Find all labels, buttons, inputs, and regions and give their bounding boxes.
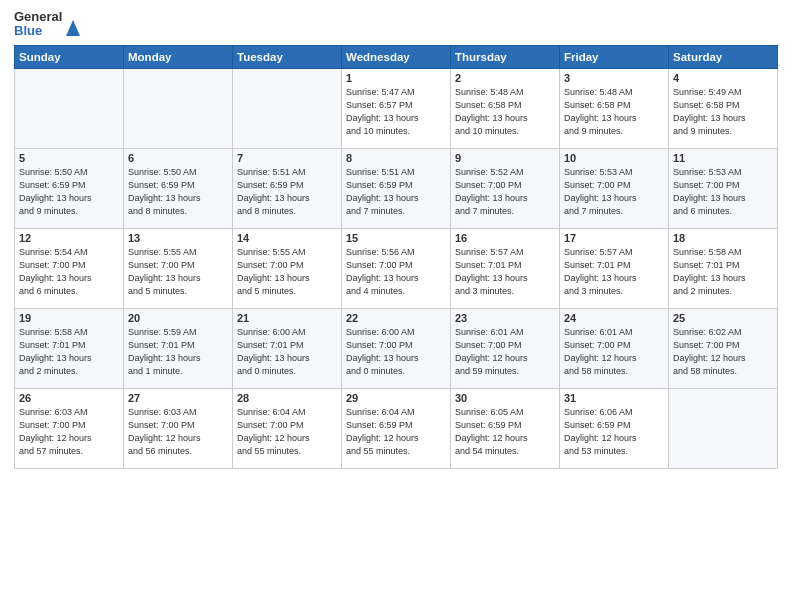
calendar-cell: 13Sunrise: 5:55 AM Sunset: 7:00 PM Dayli… xyxy=(124,228,233,308)
page: General Blue SundayMondayTuesdayWednesda… xyxy=(0,0,792,612)
calendar-cell: 4Sunrise: 5:49 AM Sunset: 6:58 PM Daylig… xyxy=(669,68,778,148)
day-number: 6 xyxy=(128,152,228,164)
day-number: 22 xyxy=(346,312,446,324)
day-detail: Sunrise: 5:54 AM Sunset: 7:00 PM Dayligh… xyxy=(19,246,119,298)
day-number: 10 xyxy=(564,152,664,164)
week-row-1: 1Sunrise: 5:47 AM Sunset: 6:57 PM Daylig… xyxy=(15,68,778,148)
day-number: 11 xyxy=(673,152,773,164)
day-detail: Sunrise: 5:55 AM Sunset: 7:00 PM Dayligh… xyxy=(128,246,228,298)
header-day-sunday: Sunday xyxy=(15,45,124,68)
calendar-cell: 20Sunrise: 5:59 AM Sunset: 7:01 PM Dayli… xyxy=(124,308,233,388)
day-detail: Sunrise: 6:00 AM Sunset: 7:01 PM Dayligh… xyxy=(237,326,337,378)
day-detail: Sunrise: 5:50 AM Sunset: 6:59 PM Dayligh… xyxy=(128,166,228,218)
calendar-cell: 22Sunrise: 6:00 AM Sunset: 7:00 PM Dayli… xyxy=(342,308,451,388)
day-number: 20 xyxy=(128,312,228,324)
day-number: 14 xyxy=(237,232,337,244)
day-number: 2 xyxy=(455,72,555,84)
day-detail: Sunrise: 6:06 AM Sunset: 6:59 PM Dayligh… xyxy=(564,406,664,458)
week-row-5: 26Sunrise: 6:03 AM Sunset: 7:00 PM Dayli… xyxy=(15,388,778,468)
day-number: 1 xyxy=(346,72,446,84)
calendar-cell: 12Sunrise: 5:54 AM Sunset: 7:00 PM Dayli… xyxy=(15,228,124,308)
calendar-cell: 26Sunrise: 6:03 AM Sunset: 7:00 PM Dayli… xyxy=(15,388,124,468)
calendar-cell: 3Sunrise: 5:48 AM Sunset: 6:58 PM Daylig… xyxy=(560,68,669,148)
day-detail: Sunrise: 5:59 AM Sunset: 7:01 PM Dayligh… xyxy=(128,326,228,378)
day-detail: Sunrise: 6:01 AM Sunset: 7:00 PM Dayligh… xyxy=(564,326,664,378)
calendar-cell: 6Sunrise: 5:50 AM Sunset: 6:59 PM Daylig… xyxy=(124,148,233,228)
calendar-cell: 27Sunrise: 6:03 AM Sunset: 7:00 PM Dayli… xyxy=(124,388,233,468)
day-detail: Sunrise: 5:51 AM Sunset: 6:59 PM Dayligh… xyxy=(237,166,337,218)
day-detail: Sunrise: 5:48 AM Sunset: 6:58 PM Dayligh… xyxy=(564,86,664,138)
day-detail: Sunrise: 5:48 AM Sunset: 6:58 PM Dayligh… xyxy=(455,86,555,138)
calendar-cell: 17Sunrise: 5:57 AM Sunset: 7:01 PM Dayli… xyxy=(560,228,669,308)
day-number: 28 xyxy=(237,392,337,404)
calendar-cell: 23Sunrise: 6:01 AM Sunset: 7:00 PM Dayli… xyxy=(451,308,560,388)
day-number: 30 xyxy=(455,392,555,404)
calendar-cell: 28Sunrise: 6:04 AM Sunset: 7:00 PM Dayli… xyxy=(233,388,342,468)
day-number: 12 xyxy=(19,232,119,244)
calendar-cell: 16Sunrise: 5:57 AM Sunset: 7:01 PM Dayli… xyxy=(451,228,560,308)
header-day-tuesday: Tuesday xyxy=(233,45,342,68)
header-day-wednesday: Wednesday xyxy=(342,45,451,68)
calendar-cell: 2Sunrise: 5:48 AM Sunset: 6:58 PM Daylig… xyxy=(451,68,560,148)
header-day-friday: Friday xyxy=(560,45,669,68)
calendar-cell: 7Sunrise: 5:51 AM Sunset: 6:59 PM Daylig… xyxy=(233,148,342,228)
header: General Blue xyxy=(14,10,778,39)
day-number: 31 xyxy=(564,392,664,404)
calendar-cell: 31Sunrise: 6:06 AM Sunset: 6:59 PM Dayli… xyxy=(560,388,669,468)
day-detail: Sunrise: 6:02 AM Sunset: 7:00 PM Dayligh… xyxy=(673,326,773,378)
day-detail: Sunrise: 5:57 AM Sunset: 7:01 PM Dayligh… xyxy=(455,246,555,298)
day-detail: Sunrise: 6:01 AM Sunset: 7:00 PM Dayligh… xyxy=(455,326,555,378)
calendar-cell: 9Sunrise: 5:52 AM Sunset: 7:00 PM Daylig… xyxy=(451,148,560,228)
calendar-cell: 15Sunrise: 5:56 AM Sunset: 7:00 PM Dayli… xyxy=(342,228,451,308)
calendar-cell: 29Sunrise: 6:04 AM Sunset: 6:59 PM Dayli… xyxy=(342,388,451,468)
calendar-cell: 24Sunrise: 6:01 AM Sunset: 7:00 PM Dayli… xyxy=(560,308,669,388)
logo-triangle-icon xyxy=(64,10,82,38)
week-row-4: 19Sunrise: 5:58 AM Sunset: 7:01 PM Dayli… xyxy=(15,308,778,388)
day-number: 7 xyxy=(237,152,337,164)
day-detail: Sunrise: 5:55 AM Sunset: 7:00 PM Dayligh… xyxy=(237,246,337,298)
calendar-cell: 8Sunrise: 5:51 AM Sunset: 6:59 PM Daylig… xyxy=(342,148,451,228)
day-detail: Sunrise: 5:47 AM Sunset: 6:57 PM Dayligh… xyxy=(346,86,446,138)
calendar-cell: 30Sunrise: 6:05 AM Sunset: 6:59 PM Dayli… xyxy=(451,388,560,468)
header-day-thursday: Thursday xyxy=(451,45,560,68)
day-detail: Sunrise: 6:05 AM Sunset: 6:59 PM Dayligh… xyxy=(455,406,555,458)
day-detail: Sunrise: 5:57 AM Sunset: 7:01 PM Dayligh… xyxy=(564,246,664,298)
day-detail: Sunrise: 5:53 AM Sunset: 7:00 PM Dayligh… xyxy=(564,166,664,218)
day-detail: Sunrise: 6:03 AM Sunset: 7:00 PM Dayligh… xyxy=(19,406,119,458)
logo-general: General xyxy=(14,10,62,24)
day-number: 27 xyxy=(128,392,228,404)
calendar-cell xyxy=(669,388,778,468)
day-number: 3 xyxy=(564,72,664,84)
day-detail: Sunrise: 5:56 AM Sunset: 7:00 PM Dayligh… xyxy=(346,246,446,298)
calendar-cell: 11Sunrise: 5:53 AM Sunset: 7:00 PM Dayli… xyxy=(669,148,778,228)
day-detail: Sunrise: 6:00 AM Sunset: 7:00 PM Dayligh… xyxy=(346,326,446,378)
day-number: 23 xyxy=(455,312,555,324)
day-number: 8 xyxy=(346,152,446,164)
day-detail: Sunrise: 5:51 AM Sunset: 6:59 PM Dayligh… xyxy=(346,166,446,218)
day-number: 19 xyxy=(19,312,119,324)
day-number: 4 xyxy=(673,72,773,84)
day-number: 21 xyxy=(237,312,337,324)
calendar-cell: 10Sunrise: 5:53 AM Sunset: 7:00 PM Dayli… xyxy=(560,148,669,228)
week-row-3: 12Sunrise: 5:54 AM Sunset: 7:00 PM Dayli… xyxy=(15,228,778,308)
day-detail: Sunrise: 6:04 AM Sunset: 6:59 PM Dayligh… xyxy=(346,406,446,458)
day-number: 5 xyxy=(19,152,119,164)
logo-blue: Blue xyxy=(14,24,62,38)
day-number: 17 xyxy=(564,232,664,244)
day-number: 25 xyxy=(673,312,773,324)
day-detail: Sunrise: 5:53 AM Sunset: 7:00 PM Dayligh… xyxy=(673,166,773,218)
day-number: 16 xyxy=(455,232,555,244)
day-number: 29 xyxy=(346,392,446,404)
day-number: 26 xyxy=(19,392,119,404)
calendar-cell xyxy=(124,68,233,148)
calendar-cell: 25Sunrise: 6:02 AM Sunset: 7:00 PM Dayli… xyxy=(669,308,778,388)
day-number: 15 xyxy=(346,232,446,244)
day-detail: Sunrise: 5:49 AM Sunset: 6:58 PM Dayligh… xyxy=(673,86,773,138)
day-detail: Sunrise: 6:04 AM Sunset: 7:00 PM Dayligh… xyxy=(237,406,337,458)
day-detail: Sunrise: 5:58 AM Sunset: 7:01 PM Dayligh… xyxy=(19,326,119,378)
day-number: 13 xyxy=(128,232,228,244)
day-number: 9 xyxy=(455,152,555,164)
calendar-table: SundayMondayTuesdayWednesdayThursdayFrid… xyxy=(14,45,778,469)
calendar-cell: 21Sunrise: 6:00 AM Sunset: 7:01 PM Dayli… xyxy=(233,308,342,388)
header-day-monday: Monday xyxy=(124,45,233,68)
